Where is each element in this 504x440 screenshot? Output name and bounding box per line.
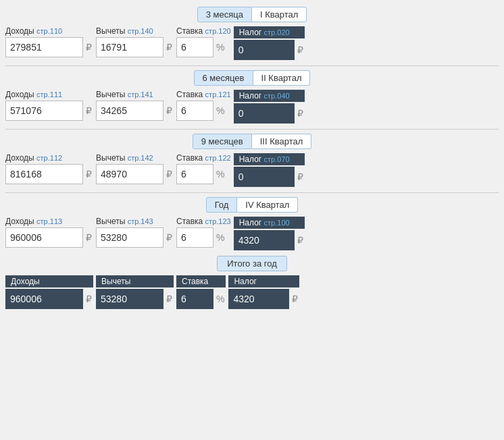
tax-input-q3[interactable] bbox=[234, 167, 295, 187]
income-input-q4[interactable] bbox=[5, 227, 83, 248]
period-button-q3[interactable]: 9 месяцев bbox=[193, 134, 252, 149]
quarter-label-q1: I Квартал bbox=[252, 7, 307, 22]
rate-ref-q2: стр.121 bbox=[205, 90, 231, 99]
fields-row-q3: Доходы стр.112 ₽ Вычеты стр.142 ₽ Ставка… bbox=[5, 153, 499, 187]
rate-ref-q4: стр.123 bbox=[205, 217, 231, 225]
deduct-input-q4[interactable] bbox=[96, 227, 163, 248]
summary-income-group: Доходы ₽ bbox=[5, 275, 93, 309]
section-q3: 9 месяцевIII Квартал Доходы стр.112 ₽ Вы… bbox=[0, 134, 504, 187]
tax-input-q1[interactable] bbox=[234, 40, 295, 60]
deduct-ruble-icon-q4: ₽ bbox=[165, 232, 174, 243]
income-ref-q3: стр.112 bbox=[36, 154, 62, 162]
tax-group-q1: Налог стр.020 ₽ bbox=[234, 26, 305, 60]
tax-group-q2: Налог стр.040 ₽ bbox=[234, 90, 305, 123]
deduct-input-q3[interactable] bbox=[96, 164, 163, 184]
fields-row-q1: Доходы стр.110 ₽ Вычеты стр.140 ₽ Ставка… bbox=[5, 26, 499, 60]
deduct-group-q3: Вычеты стр.142 ₽ bbox=[96, 153, 174, 184]
summary-income-ruble-icon: ₽ bbox=[84, 294, 93, 304]
summary-deduct-input[interactable] bbox=[96, 289, 163, 309]
rate-input-row-q3: % bbox=[176, 164, 231, 184]
rate-percent-icon-q1: % bbox=[215, 42, 226, 53]
tax-input-row-q4: ₽ bbox=[234, 230, 305, 250]
summary-tax-label: Налог bbox=[228, 275, 299, 287]
tax-input-row-q1: ₽ bbox=[234, 40, 305, 60]
quarter-label-q3: III Квартал bbox=[252, 134, 312, 149]
rate-group-q4: Ставка стр.123 % bbox=[176, 217, 231, 248]
rate-input-q2[interactable] bbox=[176, 101, 213, 121]
tax-ruble-icon-q4: ₽ bbox=[296, 235, 305, 246]
tax-label-q1: Налог стр.020 bbox=[234, 26, 305, 38]
rate-label-q1: Ставка стр.120 bbox=[176, 26, 231, 36]
rate-label-q4: Ставка стр.123 bbox=[176, 217, 231, 226]
income-input-q1[interactable] bbox=[5, 37, 83, 57]
summary-deduct-ruble-icon: ₽ bbox=[165, 294, 174, 304]
deduct-input-row-q2: ₽ bbox=[96, 101, 174, 121]
deduct-ruble-icon-q1: ₽ bbox=[165, 42, 174, 53]
summary-tax-group: Налог ₽ bbox=[228, 275, 299, 309]
deduct-label-q1: Вычеты стр.140 bbox=[96, 26, 174, 36]
rate-ref-q3: стр.122 bbox=[205, 154, 231, 162]
rate-input-q1[interactable] bbox=[176, 37, 213, 57]
income-input-row-q4: ₽ bbox=[5, 227, 93, 248]
summary-tax-input-row: ₽ bbox=[228, 289, 299, 309]
deduct-input-row-q4: ₽ bbox=[96, 227, 174, 248]
income-ref-q4: стр.113 bbox=[36, 217, 62, 225]
divider-1 bbox=[5, 129, 499, 130]
summary-rate-group: Ставка % bbox=[176, 275, 226, 309]
income-input-row-q3: ₽ bbox=[5, 164, 93, 184]
summary-tax-ruble-icon: ₽ bbox=[291, 294, 299, 304]
tax-input-q4[interactable] bbox=[234, 230, 295, 250]
tax-label-q3: Налог стр.070 bbox=[234, 153, 305, 165]
summary-income-label: Доходы bbox=[5, 275, 93, 287]
rate-group-q2: Ставка стр.121 % bbox=[176, 90, 231, 121]
rate-input-q3[interactable] bbox=[176, 164, 213, 184]
income-label-q2: Доходы стр.111 bbox=[5, 90, 93, 99]
deduct-group-q2: Вычеты стр.141 ₽ bbox=[96, 90, 174, 121]
income-input-q3[interactable] bbox=[5, 164, 83, 184]
rate-ref-q1: стр.120 bbox=[205, 27, 231, 35]
summary-section: Итого за год Доходы ₽ Вычеты ₽ Ставка % … bbox=[0, 256, 504, 309]
summary-button[interactable]: Итого за год bbox=[217, 256, 286, 271]
rate-input-q4[interactable] bbox=[176, 227, 213, 248]
income-label-q1: Доходы стр.110 bbox=[5, 26, 93, 36]
summary-rate-input[interactable] bbox=[176, 289, 213, 309]
income-ref-q1: стр.110 bbox=[36, 27, 62, 35]
section-q4: ГодIV Квартал Доходы стр.113 ₽ Вычеты ст… bbox=[0, 197, 504, 250]
tax-ruble-icon-q2: ₽ bbox=[296, 108, 305, 119]
income-ruble-icon-q4: ₽ bbox=[84, 232, 93, 243]
rate-percent-icon-q2: % bbox=[215, 105, 226, 116]
deduct-input-q1[interactable] bbox=[96, 37, 163, 57]
income-label-q3: Доходы стр.112 bbox=[5, 153, 93, 163]
tax-input-row-q3: ₽ bbox=[234, 167, 305, 187]
section-q2: 6 месяцевII Квартал Доходы стр.111 ₽ Выч… bbox=[0, 70, 504, 123]
summary-tax-input[interactable] bbox=[228, 289, 289, 309]
income-input-q2[interactable] bbox=[5, 101, 83, 121]
divider-0 bbox=[5, 65, 499, 66]
summary-fields-row: Доходы ₽ Вычеты ₽ Ставка % Налог ₽ bbox=[5, 275, 499, 309]
income-label-q4: Доходы стр.113 bbox=[5, 217, 93, 226]
section-q1: 3 месяцаI Квартал Доходы стр.110 ₽ Вычет… bbox=[0, 7, 504, 60]
period-button-q4[interactable]: Год bbox=[206, 197, 238, 213]
deduct-input-row-q3: ₽ bbox=[96, 164, 174, 184]
tax-ref-q3: стр.070 bbox=[264, 155, 290, 163]
deduct-input-q2[interactable] bbox=[96, 101, 163, 121]
summary-deduct-input-row: ₽ bbox=[96, 289, 174, 309]
fields-row-q4: Доходы стр.113 ₽ Вычеты стр.143 ₽ Ставка… bbox=[5, 217, 499, 250]
tax-input-row-q2: ₽ bbox=[234, 103, 305, 123]
quarter-label-q2: II Квартал bbox=[253, 70, 311, 86]
rate-percent-icon-q3: % bbox=[215, 169, 226, 180]
deduct-ref-q3: стр.142 bbox=[128, 154, 153, 162]
summary-income-input[interactable] bbox=[5, 289, 83, 309]
rate-input-row-q2: % bbox=[176, 101, 231, 121]
deduct-ref-q4: стр.143 bbox=[128, 217, 153, 225]
section-header-q4: ГодIV Квартал bbox=[5, 197, 499, 213]
period-button-q2[interactable]: 6 месяцев bbox=[194, 70, 253, 86]
deduct-ref-q1: стр.140 bbox=[128, 27, 153, 35]
deduct-label-q3: Вычеты стр.142 bbox=[96, 153, 174, 163]
summary-income-input-row: ₽ bbox=[5, 289, 93, 309]
tax-input-q2[interactable] bbox=[234, 103, 295, 123]
period-button-q1[interactable]: 3 месяца bbox=[197, 7, 252, 22]
income-group-q1: Доходы стр.110 ₽ bbox=[5, 26, 93, 57]
tax-ref-q4: стр.100 bbox=[264, 219, 290, 227]
rate-group-q1: Ставка стр.120 % bbox=[176, 26, 231, 57]
